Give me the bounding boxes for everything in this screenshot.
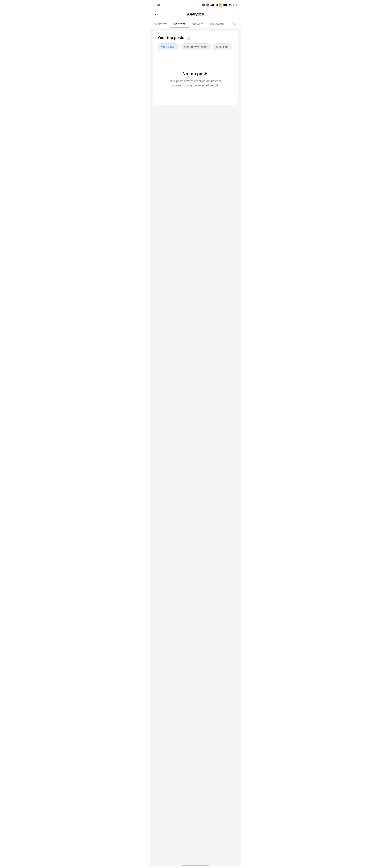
bar3 [212,4,213,6]
section-title: Your top posts [157,36,184,40]
empty-title: No top posts [183,71,208,76]
nav-bar: ← Analytics [150,9,241,20]
page-title: Analytics [187,12,204,17]
status-icons: 🎥 🔕 📶 77% [202,3,237,6]
bar4 [213,4,214,6]
signal-bars-2 [215,4,218,6]
bar2 [211,5,212,6]
status-bar: 8:28 🎥 🔕 📶 77% [150,0,241,9]
info-icon[interactable]: i [186,36,190,40]
video-icon: 🎥 [202,3,205,6]
wifi-icon: 📶 [219,3,222,6]
signal-bars-1 [211,4,214,6]
empty-state: No top posts Your posts haven't received… [157,55,234,100]
card-header: Your top posts i [157,36,234,40]
bar1 [211,5,211,6]
status-time: 8:28 [154,3,160,7]
empty-description: Your posts haven't received an increase … [168,79,223,88]
battery-icon [223,4,229,6]
bar2 [216,5,216,6]
mute-icon: 🔕 [206,3,210,6]
tab-viewers[interactable]: Viewers [189,20,207,28]
bar3 [216,4,217,6]
bar4 [217,4,218,6]
tab-followers[interactable]: Followers [207,20,227,28]
back-button[interactable]: ← [153,11,160,18]
filter-buttons: Most views Most new viewers Most likes [157,43,234,50]
filter-most-new-viewers[interactable]: Most new viewers [181,43,211,50]
home-indicator [182,865,209,866]
battery-percentage: 77% [230,3,235,6]
filter-most-views[interactable]: Most views [157,43,179,50]
battery-container: 77% [223,3,237,6]
bar1 [215,5,215,6]
tab-live[interactable]: LIVE [227,20,241,28]
content-area: Your top posts i Most views Most new vie… [150,28,241,866]
tabs-container: Overview Content Viewers Followers LIVE [150,20,241,28]
tab-overview[interactable]: Overview [150,20,170,28]
filter-most-likes[interactable]: Most likes [213,43,232,50]
battery-fill [224,4,227,6]
top-posts-card: Your top posts i Most views Most new vie… [153,31,238,105]
charging-dot [236,4,237,6]
tab-content[interactable]: Content [170,20,189,28]
